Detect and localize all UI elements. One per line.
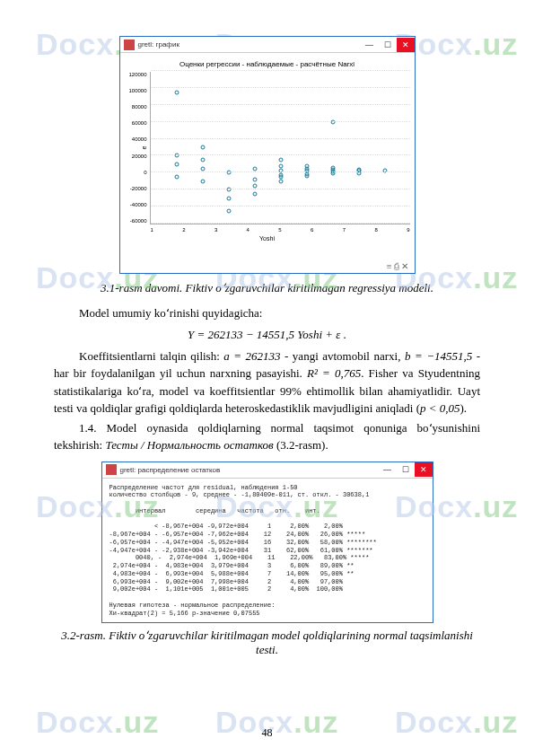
window-title: gretl: распределение остатков bbox=[120, 466, 379, 474]
paragraph-1: Model umumiy koʻrinishi quyidagicha: bbox=[54, 304, 480, 322]
x-axis-label: Yoshi bbox=[127, 235, 407, 242]
app-icon bbox=[106, 464, 117, 475]
maximize-button[interactable]: ☐ bbox=[397, 462, 415, 477]
figure-caption-1: 3.1-rasm davomi. Fiktiv oʻzgaruvchilar k… bbox=[54, 281, 480, 295]
maximize-button[interactable]: ☐ bbox=[379, 38, 397, 52]
app-icon bbox=[124, 40, 135, 50]
x-axis-ticks: 123456789 bbox=[151, 227, 410, 233]
residual-dist-window: gretl: распределение остатков — ☐ ✕ Расп… bbox=[101, 462, 433, 624]
scatter-plot-window: gretl: график — ☐ ✕ Оценки регрессии - н… bbox=[119, 36, 416, 274]
paragraph-3: 1.4. Model oynasida qoldiqlarning normal… bbox=[54, 419, 480, 454]
figure-caption-2: 3.2-rasm. Fiktiv oʻzgaruvchilar kiritilm… bbox=[54, 629, 480, 657]
window-titlebar: gretl: распределение остатков — ☐ ✕ bbox=[102, 462, 433, 479]
y-axis-ticks: 120000100000800006000040000200000-20000-… bbox=[124, 72, 147, 224]
scatter-plot: e 120000100000800006000040000200000-2000… bbox=[150, 72, 410, 224]
window-titlebar: gretl: график — ☐ ✕ bbox=[120, 37, 415, 53]
minimize-button[interactable]: — bbox=[361, 38, 379, 52]
chart-title: Оценки регрессии - наблюдаемые - расчётн… bbox=[127, 60, 407, 68]
regression-formula: Y = 262133 − 14551,5 Yoshi + ε . bbox=[54, 328, 480, 342]
close-button[interactable]: ✕ bbox=[415, 462, 433, 477]
chart-toolbar[interactable]: ≡ ⎙ ✕ bbox=[120, 259, 415, 273]
minimize-button[interactable]: — bbox=[379, 462, 397, 477]
residual-output: Распределение частот для residual, наблю… bbox=[102, 479, 433, 623]
page-number: 48 bbox=[0, 726, 534, 740]
window-title: gretl: график bbox=[138, 40, 361, 48]
paragraph-2: Koeffitsientlarni talqin qilish: a = 262… bbox=[54, 347, 480, 418]
close-button[interactable]: ✕ bbox=[397, 38, 415, 52]
